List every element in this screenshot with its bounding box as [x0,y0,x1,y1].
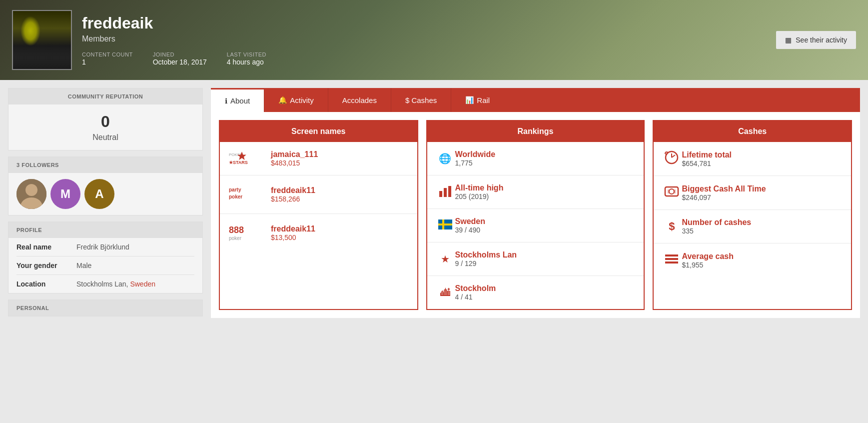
svg-rect-23 [665,258,678,260]
svg-text:party: party [229,187,241,192]
ranking-value: 1,775 [455,159,636,167]
screen-name-amount: $483,015 [271,159,318,167]
profile-stats: CONTENT COUNT 1 JOINED October 18, 2017 … [82,52,856,66]
list-item: Biggest Cash All Time $246,097 [654,176,851,210]
svg-rect-21 [674,190,676,194]
cashes-value: $246,097 [682,194,843,202]
personal-card: PERSONAL [8,300,203,316]
last-visited-label: LAST VISITED [227,52,266,58]
svg-point-19 [669,189,674,194]
svg-rect-24 [665,262,678,264]
cashes-panel: Cashes Life [653,120,852,310]
list-item: POKER ★STARS jamaica_111 $483,015 [220,142,417,176]
right-content: ℹ About 🔔 Activity Accolades $ Cashes 📊 … [211,88,860,318]
stockholmslan-icon: ★ [435,253,455,265]
real-name-value: Fredrik Björklund [76,243,129,251]
screen-names-panel: Screen names POKER ★STARS jamaica_11 [219,120,418,310]
cashes-value: 335 [682,227,843,235]
activity-icon: ▦ [785,36,792,44]
profile-header: freddeaik Members CONTENT COUNT 1 JOINED… [0,0,868,80]
svg-point-1 [25,184,37,196]
screen-names-header: Screen names [220,121,417,142]
activity-bell-icon: 🔔 [278,96,287,104]
svg-rect-20 [668,190,669,194]
cashes-info: Average cash $1,955 [682,252,843,269]
joined-label: JOINED [153,52,207,58]
screen-name-info: freddeaik11 $158,266 [271,186,315,203]
ranking-title: Stockholm [455,284,636,293]
partypoker-logo: party poker [228,184,263,206]
tab-accolades[interactable]: Accolades [328,88,391,112]
list-item: Average cash $1,955 [654,244,851,277]
ranking-value: 4 / 41 [455,293,636,301]
svg-text:poker: poker [229,194,242,200]
ranking-value: 39 / 490 [455,226,636,234]
cashes-title: Lifetime total [682,150,843,160]
joined-value: October 18, 2017 [153,58,207,66]
888poker-logo: 888 poker [228,222,263,244]
screen-name-info: freddeaik11 $13,500 [271,224,315,242]
tab-activity-label: Activity [290,96,314,104]
rankings-header: Rankings [427,121,644,142]
ranking-title: Stockholms Lan [455,250,636,260]
see-activity-button[interactable]: ▦ See their activity [776,31,856,49]
ranking-title: Worldwide [455,150,636,159]
cashes-title: Number of cashes [682,218,843,227]
worldwide-icon: 🌐 [435,152,455,164]
tab-rail-label: Rail [477,96,490,104]
followers-header: 3 FOLLOWERS [8,157,202,173]
svg-text:888: 888 [229,225,244,235]
screen-name-amount: $158,266 [271,195,315,203]
tab-about[interactable]: ℹ About [211,88,264,112]
tab-accolades-label: Accolades [342,96,377,104]
screen-name-text: freddeaik11 [271,186,315,195]
svg-rect-11 [444,188,447,197]
biggest-cash-icon [662,184,682,202]
list-item: 888 poker freddeaik11 $13,500 [220,214,417,252]
see-activity-label: See their activity [796,36,847,44]
svg-rect-12 [448,186,451,197]
sweden-icon [435,220,455,232]
real-name-label: Real name [16,243,76,251]
ranking-info: Worldwide 1,775 [455,150,636,167]
gender-value: Male [76,262,91,270]
list-item: 🏙 Stockholm 4 / 41 [427,276,644,309]
follower-avatar-2[interactable]: M [50,179,80,209]
sidebar: COMMUNITY REPUTATION 0 Neutral 3 FOLLOWE… [8,88,203,316]
svg-text:poker: poker [229,236,242,241]
gender-label: Your gender [16,262,76,270]
gender-field: Your gender Male [16,256,194,275]
svg-rect-22 [665,254,678,256]
ranking-info: Stockholm 4 / 41 [455,284,636,301]
content-count-value: 1 [82,58,86,66]
ranking-info: All-time high 205 (2019) [455,184,636,200]
screen-name-info: jamaica_111 $483,015 [271,150,318,167]
username: freddeaik [82,14,856,32]
reputation-header: COMMUNITY REPUTATION [8,88,202,104]
follower-avatar-1[interactable] [16,179,46,209]
stockholm-icon: 🏙 [435,287,455,298]
list-item: ★ Stockholms Lan 9 / 129 [427,242,644,276]
profile-fields: Real name Fredrik Björklund Your gender … [8,238,202,293]
rankings-body[interactable]: 🌐 Worldwide 1,775 [427,142,644,309]
ranking-info: Stockholms Lan 9 / 129 [455,250,636,268]
followers-card: 3 FOLLOWERS M A [8,156,203,216]
tab-cashes[interactable]: $ Cashes [391,88,451,112]
reputation-value: 0 [8,104,202,133]
role: Members [82,34,856,44]
location-link[interactable]: Sweden [130,280,155,288]
tab-activity[interactable]: 🔔 Activity [264,88,328,112]
cashes-value: $654,781 [682,160,843,168]
screen-name-text: jamaica_111 [271,150,318,159]
alltime-icon [435,184,455,200]
tab-rail[interactable]: 📊 Rail [451,88,504,112]
ranking-title: All-time high [455,184,636,192]
profile-card: PROFILE Real name Fredrik Björklund Your… [8,222,203,294]
cashes-body: Lifetime total $654,781 [654,142,851,277]
cashes-info: Lifetime total $654,781 [682,150,843,168]
ranking-info: Sweden 39 / 490 [455,217,636,234]
follower-avatar-3[interactable]: A [84,179,114,209]
list-item: 🌐 Worldwide 1,775 [427,142,644,176]
svg-text:★STARS: ★STARS [229,160,248,165]
cashes-info: Biggest Cash All Time $246,097 [682,184,843,202]
